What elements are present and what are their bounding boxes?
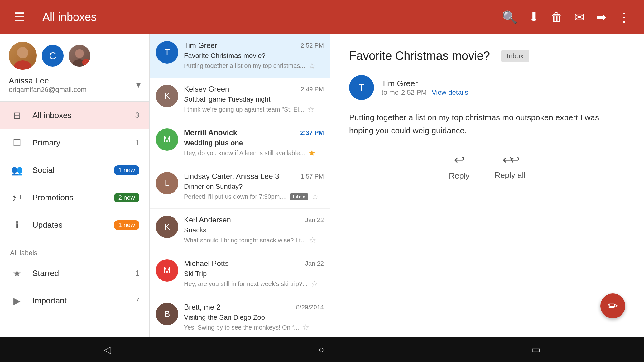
- detail-body: Putting together a list on my top christ…: [349, 111, 625, 137]
- sidebar-item-updates[interactable]: ℹ Updates 1 new: [0, 211, 149, 239]
- back-nav-icon[interactable]: ◁: [103, 344, 111, 355]
- sidebar-item-all-inboxes[interactable]: ⊟ All inboxes 3: [0, 102, 149, 129]
- reply-all-button[interactable]: ↩↩ Reply all: [494, 153, 526, 180]
- account-avatars: C 1: [9, 42, 141, 70]
- sidebar-divider: [0, 241, 149, 241]
- email-content: Michael Potts Jan 22 Ski Trip Hey, are y…: [184, 259, 324, 289]
- reply-button[interactable]: ↩ Reply: [449, 152, 469, 181]
- email-actions-row: I think we're going up against team "St.…: [184, 105, 324, 114]
- detail-sender-avatar: T: [349, 75, 374, 100]
- star-icon[interactable]: ★: [308, 148, 315, 158]
- social-badge: 1 new: [114, 165, 139, 175]
- star-icon[interactable]: ☆: [311, 192, 319, 202]
- email-actions-row: Hey, are you still in for next week's sk…: [184, 279, 324, 289]
- sidebar-item-primary[interactable]: ☐ Primary 1: [0, 129, 149, 156]
- important-count: 7: [135, 296, 139, 305]
- email-item-brett-me[interactable]: B Brett, me 2 8/29/2014 Visiting the San…: [150, 296, 330, 337]
- email-item-michael-potts[interactable]: M Michael Potts Jan 22 Ski Trip Hey, are…: [150, 252, 330, 296]
- move-icon[interactable]: ➡: [594, 7, 609, 27]
- email-item-merrill-anovick[interactable]: M Merrill Anovick 2:37 PM Wedding plus o…: [150, 121, 330, 165]
- important-label: Important: [32, 296, 127, 306]
- updates-label: Updates: [32, 220, 105, 230]
- email-item-keri-andersen[interactable]: K Keri Andersen Jan 22 Snacks What shoul…: [150, 209, 330, 252]
- star-icon[interactable]: ☆: [309, 236, 316, 245]
- detail-sender-row: T Tim Greer to me 2:52 PM View details: [349, 75, 625, 100]
- email-subject: Snacks: [184, 226, 324, 234]
- promotions-label: Promotions: [32, 193, 105, 202]
- detail-to-label: to me: [382, 88, 399, 97]
- email-time: 2:37 PM: [300, 129, 324, 136]
- primary-avatar[interactable]: [9, 42, 37, 70]
- star-icon[interactable]: ☆: [308, 61, 315, 71]
- email-time: Jan 22: [305, 260, 324, 267]
- recents-nav-icon[interactable]: ▭: [531, 344, 541, 355]
- email-preview: Yes! Swing by to see the monkeys! On f..…: [184, 324, 299, 331]
- sidebar-item-starred[interactable]: ★ Starred 1: [0, 260, 149, 287]
- compose-fab[interactable]: ✏: [600, 293, 625, 318]
- archive-icon[interactable]: ⬇: [526, 7, 542, 27]
- account-expand-icon[interactable]: ▾: [136, 80, 141, 90]
- secondary-avatar-c[interactable]: C: [42, 45, 64, 67]
- email-actions-row: Yes! Swing by to see the monkeys! On f..…: [184, 323, 324, 332]
- svg-point-1: [14, 60, 31, 70]
- email-actions-row: What should I bring tonight snack wise? …: [184, 236, 324, 245]
- email-sender: Lindsay Carter, Anissa Lee 3: [184, 172, 279, 181]
- email-sender: Keri Andersen: [184, 216, 231, 224]
- email-item-tim-greer[interactable]: T Tim Greer 2:52 PM Favorite Christmas m…: [150, 34, 330, 78]
- detail-inbox-badge: Inbox: [501, 50, 529, 62]
- email-content: Tim Greer 2:52 PM Favorite Christmas mov…: [184, 41, 324, 71]
- email-detail-panel: Favorite Christmas movie? Inbox T Tim Gr…: [330, 34, 644, 337]
- bottom-navigation-bar: ◁ ○ ▭: [0, 337, 644, 362]
- home-nav-icon[interactable]: ○: [318, 344, 324, 355]
- all-inboxes-count: 3: [135, 111, 139, 120]
- email-subject: Favorite Christmas movie?: [184, 52, 324, 60]
- social-icon: 👥: [10, 163, 24, 177]
- email-sender: Michael Potts: [184, 259, 229, 268]
- detail-time: 2:52 PM: [401, 88, 427, 97]
- star-icon[interactable]: ☆: [302, 323, 309, 332]
- account-section: C 1 Anissa Lee origamifan26@gmail.com ▾: [0, 34, 149, 102]
- email-subject: Softball game Tuesday night: [184, 95, 324, 103]
- mark-read-icon[interactable]: ✉: [572, 7, 587, 27]
- email-header: Merrill Anovick 2:37 PM: [184, 128, 324, 137]
- search-icon[interactable]: 🔍: [499, 7, 520, 27]
- email-preview: Hey, are you still in for next week's sk…: [184, 280, 308, 288]
- email-header: Brett, me 2 8/29/2014: [184, 303, 324, 312]
- promotions-badge: 2 new: [114, 193, 139, 202]
- sidebar-item-social[interactable]: 👥 Social 1 new: [0, 156, 149, 184]
- updates-icon: ℹ: [10, 218, 24, 232]
- account-info-row: Anissa Lee origamifan26@gmail.com ▾: [9, 76, 141, 94]
- email-header: Lindsay Carter, Anissa Lee 3 1:57 PM: [184, 172, 324, 181]
- reply-all-icon: ↩↩: [502, 153, 517, 167]
- email-item-lindsay-carter[interactable]: L Lindsay Carter, Anissa Lee 3 1:57 PM D…: [150, 165, 330, 209]
- email-subject: Visiting the San Diego Zoo: [184, 313, 324, 322]
- detail-sender-name: Tim Greer: [382, 79, 468, 88]
- email-time: 2:49 PM: [301, 86, 324, 93]
- view-details-link[interactable]: View details: [432, 88, 468, 97]
- email-subject: Dinner on Sunday?: [184, 183, 324, 191]
- reply-label: Reply: [449, 171, 469, 181]
- star-icon[interactable]: ☆: [307, 105, 315, 114]
- all-labels-heading: All labels: [0, 244, 149, 260]
- social-label: Social: [32, 165, 105, 175]
- email-content: Lindsay Carter, Anissa Lee 3 1:57 PM Din…: [184, 172, 324, 202]
- more-options-icon[interactable]: ⋮: [615, 7, 633, 27]
- star-icon[interactable]: ☆: [311, 279, 318, 289]
- tertiary-avatar[interactable]: 1: [69, 45, 90, 67]
- app-bar-title: All inboxes: [42, 11, 492, 24]
- detail-subject: Favorite Christmas movie?: [349, 49, 490, 63]
- email-time: 8/29/2014: [296, 304, 324, 311]
- all-inboxes-label: All inboxes: [32, 111, 127, 120]
- email-item-kelsey-green[interactable]: K Kelsey Green 2:49 PM Softball game Tue…: [150, 78, 330, 121]
- sidebar-item-promotions[interactable]: 🏷 Promotions 2 new: [0, 184, 149, 211]
- reply-buttons-container: ↩ Reply ↩↩ Reply all: [349, 152, 625, 181]
- email-time: 2:52 PM: [301, 42, 324, 49]
- important-icon: ▶: [10, 294, 24, 307]
- sidebar-item-important[interactable]: ▶ Important 7: [0, 287, 149, 314]
- starred-count: 1: [135, 269, 139, 278]
- email-preview: Perfect! I'll put us down for 7:30pm....: [184, 193, 287, 200]
- email-actions-row: Putting together a list on my top christ…: [184, 61, 324, 71]
- menu-icon[interactable]: ☰: [11, 7, 27, 27]
- app-bar: ☰ All inboxes 🔍 ⬇ 🗑 ✉ ➡ ⋮: [0, 0, 644, 34]
- delete-icon[interactable]: 🗑: [548, 8, 565, 27]
